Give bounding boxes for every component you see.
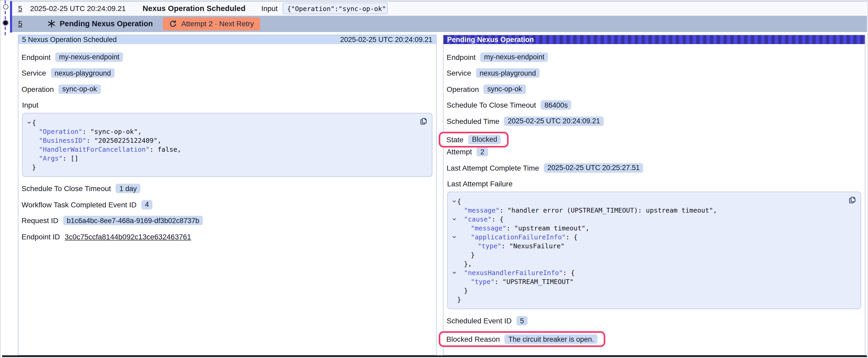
timeline-pending-marker-icon — [3, 21, 8, 25]
attempt-retry-badge: Attempt 2 · Next Retry — [163, 17, 260, 30]
event-name: Nexus Operation Scheduled — [143, 4, 246, 13]
json-line: "BusinessID": "20250225122409", — [27, 136, 427, 144]
field-row-operation: Operationsync-op-ok — [446, 84, 862, 95]
field-label: Endpoint ID — [22, 232, 60, 241]
scheduled-event-panel-header: 5 Nexus Operation Scheduled 2025-02-25 U… — [19, 35, 436, 44]
field-label: Operation — [446, 85, 479, 93]
copy-icon — [419, 117, 428, 125]
json-line: } — [452, 286, 856, 295]
highlight-annotation-box: StateBlocked — [438, 131, 508, 147]
timeline-event-marker-icon — [3, 4, 8, 9]
event-id-link[interactable]: 5 — [18, 20, 22, 28]
field-value-chip: sync-op-ok — [59, 84, 101, 94]
chevron-down-icon[interactable] — [452, 270, 457, 275]
json-line: "Args": [] — [27, 154, 427, 162]
field-value-chip: my-nexus-endpoint — [56, 52, 123, 62]
panel-title: 5 Nexus Operation Scheduled — [22, 35, 117, 44]
field-label: Service — [22, 69, 46, 77]
field-row-service: Servicenexus-playground — [446, 67, 862, 78]
field-row-endpoint-id: Endpoint ID3c0c75ccfa8144b092c13ce632463… — [22, 231, 433, 242]
json-line: "Operation": "sync-op-ok", — [27, 127, 427, 136]
json-gutter — [27, 154, 32, 162]
json-line: "message": "upstream timeout", — [452, 223, 856, 232]
field-value-chip: my-nexus-endpoint — [480, 52, 548, 62]
field-row-attempt: Attempt2 — [446, 146, 862, 157]
chevron-down-icon[interactable] — [452, 234, 457, 239]
json-collapse-toggle[interactable] — [452, 197, 457, 205]
attempt-retry-badge-label: Attempt 2 · Next Retry — [181, 20, 254, 28]
json-collapse-toggle[interactable] — [452, 215, 457, 223]
field-row-scheduled-event-id: Scheduled Event ID5 — [446, 315, 862, 326]
field-value-chip: 1 day — [116, 184, 140, 193]
json-line: } — [27, 162, 427, 171]
field-value-chip: nexus-playground — [51, 68, 115, 78]
json-gutter — [452, 241, 457, 250]
failure-json-block: {"message": "handler error (UPSTREAM_TIM… — [447, 191, 861, 309]
chevron-down-icon[interactable] — [27, 120, 32, 125]
field-label: Last Attempt Complete Time — [446, 164, 539, 172]
field-label: Attempt — [446, 148, 472, 156]
json-line: "HandlerWaitForCancellation": false, — [27, 144, 427, 154]
field-row-service: Servicenexus-playground — [22, 67, 433, 78]
event-input-preview-chip[interactable]: {"Operation":"sync-op-ok","BusinessID":"… — [283, 3, 388, 14]
field-row-last-attempt-complete-time: Last Attempt Complete Time2025-02-25 UTC… — [446, 162, 862, 173]
chevron-down-icon[interactable] — [452, 199, 457, 203]
event-id-link[interactable]: 5 — [18, 4, 22, 13]
field-value-chip: b1c6a4bc-8ee7-468a-9169-df3b02c8737b — [63, 216, 203, 225]
json-collapse-toggle[interactable] — [27, 118, 32, 127]
json-gutter — [27, 162, 32, 171]
json-line: "type": "UPSTREAM_TIMEOUT" — [452, 277, 856, 286]
json-line: } — [452, 295, 856, 304]
input-json-block: {"Operation": "sync-op-ok","BusinessID":… — [22, 112, 432, 176]
field-label: Schedule To Close Timeout — [22, 184, 111, 193]
field-value-chip: nexus-playground — [476, 68, 539, 78]
json-gutter — [452, 295, 457, 304]
pending-asterisk-icon — [47, 20, 56, 28]
pending-operation-panel-body: Endpointmy-nexus-endpointServicenexus-pl… — [443, 44, 865, 347]
input-block-label: Input — [22, 99, 433, 110]
json-gutter — [452, 259, 457, 268]
field-value-chip: 2025-02-25 UTC 20:24:09.21 — [504, 116, 604, 126]
temporal-event-history-view: 5 2025-02-25 UTC 20:24:09.21 Nexus Opera… — [0, 0, 868, 358]
pending-nexus-operation-row[interactable]: 5 Pending Nexus Operation Attempt 2 · Ne… — [12, 15, 867, 32]
json-gutter — [452, 205, 457, 215]
json-line: { — [452, 197, 856, 205]
json-gutter — [27, 127, 32, 136]
copy-button[interactable] — [419, 117, 428, 125]
field-value-chip: 5 — [517, 316, 528, 325]
field-label: Endpoint — [22, 53, 51, 61]
pending-operation-detail-panel: Pending Nexus Operation Endpointmy-nexus… — [443, 35, 865, 355]
pending-operation-panel-header: Pending Nexus Operation — [443, 35, 865, 44]
json-gutter — [27, 144, 32, 154]
json-collapse-toggle[interactable] — [452, 268, 457, 277]
json-gutter — [452, 223, 457, 232]
json-gutter — [452, 277, 457, 286]
field-label: Endpoint — [446, 53, 476, 61]
bottom-divider-line — [2, 355, 867, 357]
event-input-label: Input — [261, 4, 278, 13]
field-row-endpoint: Endpointmy-nexus-endpoint — [446, 52, 862, 62]
json-line: "nexusHandlerFailureInfo": { — [452, 268, 856, 277]
field-value-link[interactable]: 3c0c75ccfa8144b092c13ce632463761 — [65, 232, 191, 241]
field-row-endpoint: Endpointmy-nexus-endpoint — [22, 52, 433, 62]
json-gutter — [452, 250, 457, 259]
copy-button[interactable] — [848, 196, 857, 204]
pending-operation-title: Pending Nexus Operation — [60, 20, 153, 28]
json-line: "message": "handler error (UPSTREAM_TIME… — [452, 205, 856, 215]
event-row-nexus-operation-scheduled[interactable]: 5 2025-02-25 UTC 20:24:09.21 Nexus Opera… — [12, 1, 867, 15]
scheduled-event-detail-panel: 5 Nexus Operation Scheduled 2025-02-25 U… — [18, 35, 437, 355]
event-timestamp: 2025-02-25 UTC 20:24:09.21 — [30, 4, 126, 13]
chevron-down-icon[interactable] — [452, 217, 457, 221]
field-label: Operation — [22, 85, 54, 93]
field-value-chip: 4 — [141, 200, 153, 209]
json-collapse-toggle[interactable] — [452, 232, 457, 241]
field-label: Service — [446, 69, 471, 77]
field-row-workflow-task-completed-event-id: Workflow Task Completed Event ID4 — [22, 199, 433, 210]
field-row-scheduled-time: Scheduled Time2025-02-25 UTC 20:24:09.21 — [446, 116, 862, 127]
highlight-annotation-box: Blocked ReasonThe circuit breaker is ope… — [438, 331, 606, 347]
field-row-schedule-to-close-timeout: Schedule To Close Timeout1 day — [22, 183, 433, 194]
field-value-chip: sync-op-ok — [484, 84, 526, 94]
field-label: Schedule To Close Timeout — [446, 101, 536, 109]
panel-title: Pending Nexus Operation — [447, 35, 534, 44]
field-value-chip: 86400s — [541, 100, 571, 110]
